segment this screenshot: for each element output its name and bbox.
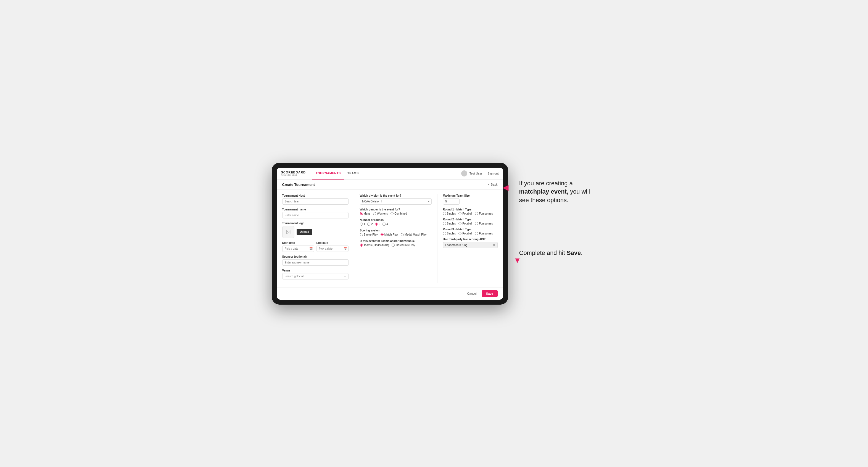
round2-label: Round 2 - Match Type (443, 218, 498, 221)
annotation-save-text-after: . (581, 249, 583, 256)
scoring-radio-group: Stroke Play Match Play Medal Match Play (360, 233, 432, 236)
divider-1 (354, 194, 354, 283)
tournament-logo-group: Tournament logo Upload (282, 222, 348, 238)
upload-button[interactable]: Upload (297, 229, 313, 235)
left-column: Tournament Host Tournament name Tourname… (282, 194, 348, 283)
round-2-label: 2 (371, 223, 373, 226)
round3-fourball-radio[interactable] (459, 232, 462, 235)
teams-label-text: Teams (+Individuals) (364, 244, 389, 247)
save-button[interactable]: Save (482, 290, 498, 297)
scoring-match-radio[interactable] (380, 233, 383, 236)
round-3-label: 3 (379, 223, 380, 226)
round1-foursomes[interactable]: Foursomes (475, 212, 493, 215)
round3-fourball-label: Fourball (462, 232, 472, 235)
gender-womens-label: Womens (377, 212, 388, 215)
round1-singles[interactable]: Singles (443, 212, 456, 215)
annotation-matchplay-text-bold: matchplay event, (519, 188, 569, 195)
gender-womens[interactable]: Womens (373, 212, 388, 215)
round2-foursomes-radio[interactable] (475, 222, 478, 225)
separator: | (485, 172, 485, 175)
individuals-radio[interactable] (392, 244, 395, 247)
round2-fourball[interactable]: Fourball (459, 222, 472, 225)
scene: SCOREBOARD Powered by clippit TOURNAMENT… (241, 163, 627, 305)
api-group: Use third-party live scoring API? Leader… (443, 238, 498, 248)
division-group: Which division is the event for? NCAA Di… (360, 194, 432, 205)
teams-radio[interactable] (360, 244, 363, 247)
round3-fourball[interactable]: Fourball (459, 232, 472, 235)
round2-fourball-radio[interactable] (459, 222, 462, 225)
round2-singles-radio[interactable] (443, 222, 446, 225)
scoring-stroke[interactable]: Stroke Play (360, 233, 378, 236)
round3-label: Round 3 - Match Type (443, 228, 498, 231)
max-team-size-input[interactable]: 5 (443, 198, 460, 205)
image-icon (286, 229, 291, 235)
tab-teams[interactable]: TEAMS (344, 168, 362, 180)
round3-foursomes-radio[interactable] (475, 232, 478, 235)
start-date-group: Start date 📅 (282, 241, 314, 252)
division-select[interactable]: NCAA Division I NCAA Division II NCAA Di… (360, 198, 432, 205)
tournament-name-input[interactable] (282, 212, 348, 218)
round1-fourball[interactable]: Fourball (459, 212, 472, 215)
calendar-icon: 📅 (309, 247, 313, 250)
round2-match-type: Round 2 - Match Type Singles Fourball (443, 218, 498, 225)
scoring-medal-radio[interactable] (401, 233, 404, 236)
round1-fourball-label: Fourball (462, 212, 472, 215)
round3-foursomes[interactable]: Foursomes (475, 232, 493, 235)
gender-womens-radio[interactable] (373, 212, 376, 215)
rounds-group: Number of rounds 1 2 (360, 218, 432, 226)
gender-combined[interactable]: Combined (391, 212, 407, 215)
arrow-down-icon: ▼ (514, 255, 521, 266)
svg-point-1 (287, 231, 288, 231)
right-column: Maximum Team Size 5 Round 1 - Match Type… (443, 194, 498, 283)
gender-combined-radio[interactable] (391, 212, 394, 215)
scoring-label: Scoring system (360, 229, 432, 232)
tab-tournaments[interactable]: TOURNAMENTS (312, 168, 344, 180)
cancel-button[interactable]: Cancel (465, 290, 479, 297)
scoring-medal[interactable]: Medal Match Play (401, 233, 426, 236)
round2-foursomes[interactable]: Foursomes (475, 222, 493, 225)
end-date-label: End date (316, 241, 348, 244)
sponsor-input[interactable] (282, 259, 348, 266)
round-4-radio[interactable] (382, 223, 385, 226)
api-label: Use third-party live scoring API? (443, 238, 498, 241)
round1-singles-radio[interactable] (443, 212, 446, 215)
round3-options: Singles Fourball Foursomes (443, 232, 498, 235)
scoring-stroke-label: Stroke Play (364, 233, 378, 236)
start-date-wrapper: 📅 (282, 246, 314, 252)
scoring-match[interactable]: Match Play (380, 233, 398, 236)
logo-area: SCOREBOARD Powered by clippit (281, 171, 306, 176)
round-1[interactable]: 1 (360, 223, 365, 226)
round-1-radio[interactable] (360, 223, 363, 226)
round-4[interactable]: 4 (382, 223, 388, 226)
round1-options: Singles Fourball Foursomes (443, 212, 498, 215)
gender-group: Which gender is the event for? Mens Wome… (360, 208, 432, 215)
round-2-radio[interactable] (367, 223, 370, 226)
scoring-medal-label: Medal Match Play (405, 233, 426, 236)
round1-foursomes-radio[interactable] (475, 212, 478, 215)
tournament-logo-label: Tournament logo (282, 222, 348, 225)
teams-label: Is this event for Teams and/or Individua… (360, 240, 432, 243)
teams-option[interactable]: Teams (+Individuals) (360, 244, 389, 247)
round3-singles-radio[interactable] (443, 232, 446, 235)
individuals-option[interactable]: Individuals Only (392, 244, 415, 247)
api-remove-button[interactable]: ✕ (493, 243, 495, 247)
venue-group: Venue (282, 269, 348, 279)
round-3[interactable]: 3 (375, 223, 380, 226)
round2-singles[interactable]: Singles (443, 222, 456, 225)
sign-out-link[interactable]: Sign out (488, 172, 498, 175)
gender-radio-group: Mens Womens Combined (360, 212, 432, 215)
page-title: Create Tournament (282, 183, 315, 187)
venue-input[interactable] (282, 273, 348, 279)
round3-singles[interactable]: Singles (443, 232, 456, 235)
back-button[interactable]: < Back (488, 183, 498, 186)
gender-combined-label: Combined (394, 212, 407, 215)
gender-mens[interactable]: Mens (360, 212, 370, 215)
arrow-left-icon: ◀ (503, 182, 509, 193)
round-2[interactable]: 2 (367, 223, 373, 226)
scoring-stroke-radio[interactable] (360, 233, 363, 236)
round1-fourball-radio[interactable] (459, 212, 462, 215)
tournament-host-input[interactable] (282, 198, 348, 205)
round-3-radio[interactable] (375, 223, 378, 226)
gender-mens-radio[interactable] (360, 212, 363, 215)
calendar-icon-end: 📅 (344, 247, 347, 250)
